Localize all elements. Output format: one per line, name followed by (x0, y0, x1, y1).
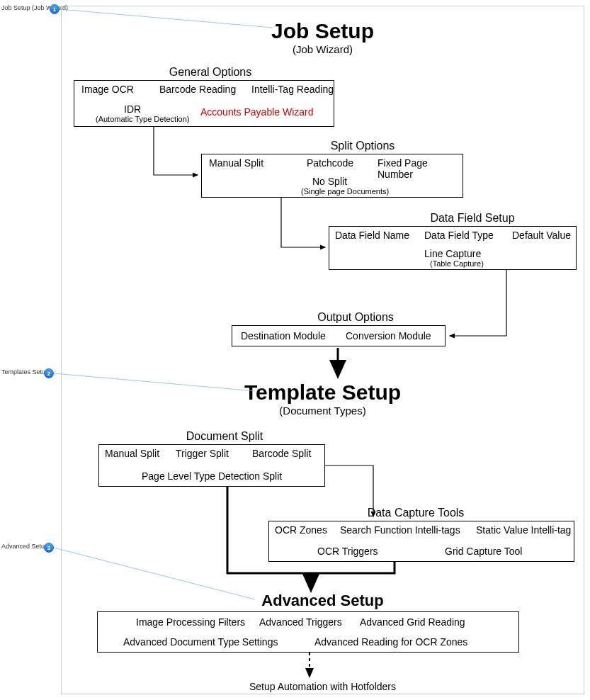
item-line-capture: Line Capture (424, 248, 481, 259)
item-intelli-tag: Intelli-Tag Reading (251, 84, 334, 95)
document-split-label: Document Split (140, 430, 310, 443)
item-ds-trigger: Trigger Split (176, 448, 229, 459)
data-field-setup-box: Data Field Name Data Field Type Default … (329, 226, 577, 270)
callout-1-badge: 1 (50, 4, 59, 14)
callout-2-badge: 2 (44, 368, 54, 378)
footer-text: Setup Automation with Hotfolders (62, 681, 584, 692)
data-capture-tools-box: OCR Zones Search Function Intelli-tags S… (268, 521, 574, 562)
item-df-name: Data Field Name (335, 230, 409, 241)
item-destination-module: Destination Module (241, 330, 326, 341)
item-df-default: Default Value (512, 230, 571, 241)
item-ds-barcode: Barcode Split (252, 448, 311, 459)
split-options-label: Split Options (292, 140, 433, 152)
item-fixed-page: Fixed Page Number (378, 157, 463, 180)
job-setup-subtitle: (Job Wizard) (62, 43, 584, 55)
item-no-split: No Split (312, 176, 347, 187)
callout-3-badge: 3 (44, 543, 54, 553)
item-manual-split: Manual Split (209, 157, 263, 169)
callout-3-label: Advanced Setup (1, 543, 48, 550)
advanced-setup-title: Advanced Setup (62, 592, 584, 610)
item-static-val: Static Value Intelli-tag (476, 524, 571, 536)
item-image-ocr: Image OCR (81, 84, 134, 95)
split-options-box: Manual Split Patchcode Fixed Page Number… (201, 154, 463, 198)
item-no-split-sub: (Single page Documents) (301, 187, 389, 196)
general-options-label: General Options (97, 66, 324, 79)
item-adv-ocrzones: Advanced Reading for OCR Zones (314, 636, 467, 648)
item-idr: IDR (124, 103, 141, 115)
item-ocr-triggers: OCR Triggers (317, 546, 378, 557)
item-conversion-module: Conversion Module (346, 330, 431, 341)
output-options-box: Destination Module Conversion Module (232, 325, 446, 346)
item-adv-doctype: Advanced Document Type Settings (123, 636, 278, 648)
item-ds-pagelevel: Page Level Type Detection Split (142, 470, 282, 482)
job-setup-title: Job Setup (62, 19, 584, 43)
item-patchcode: Patchcode (307, 157, 353, 169)
item-df-type: Data Field Type (424, 230, 494, 241)
callout-2-label: Templates Setup (1, 368, 49, 376)
document-split-box: Manual Split Trigger Split Barcode Split… (98, 444, 325, 487)
item-line-capture-sub: (Table Capture) (430, 259, 484, 268)
advanced-setup-box: Image Processing Filters Advanced Trigge… (97, 611, 519, 653)
data-field-setup-label: Data Field Setup (380, 212, 565, 225)
template-setup-title: Template Setup (62, 380, 584, 405)
item-idr-sub: (Automatic Type Detection) (96, 115, 189, 123)
item-img-proc: Image Processing Filters (136, 616, 245, 628)
data-capture-tools-label: Data Capture Tools (324, 507, 508, 519)
item-adv-grid: Advanced Grid Reading (360, 616, 465, 628)
template-setup-subtitle: (Document Types) (62, 405, 584, 417)
output-options-label: Output Options (256, 311, 455, 324)
item-ap-wizard: Accounts Payable Wizard (200, 106, 314, 118)
item-grid-capture: Grid Capture Tool (445, 546, 522, 557)
general-options-box: Image OCR Barcode Reading Intelli-Tag Re… (74, 80, 334, 127)
item-ocr-zones: OCR Zones (275, 524, 327, 536)
diagram-canvas: Job Setup (Job Wizard) General Options I… (61, 6, 584, 694)
item-barcode-reading: Barcode Reading (159, 84, 236, 95)
item-ds-manual: Manual Split (105, 448, 159, 459)
item-adv-triggers: Advanced Triggers (259, 616, 342, 628)
item-search-fn: Search Function Intelli-tags (340, 524, 460, 536)
